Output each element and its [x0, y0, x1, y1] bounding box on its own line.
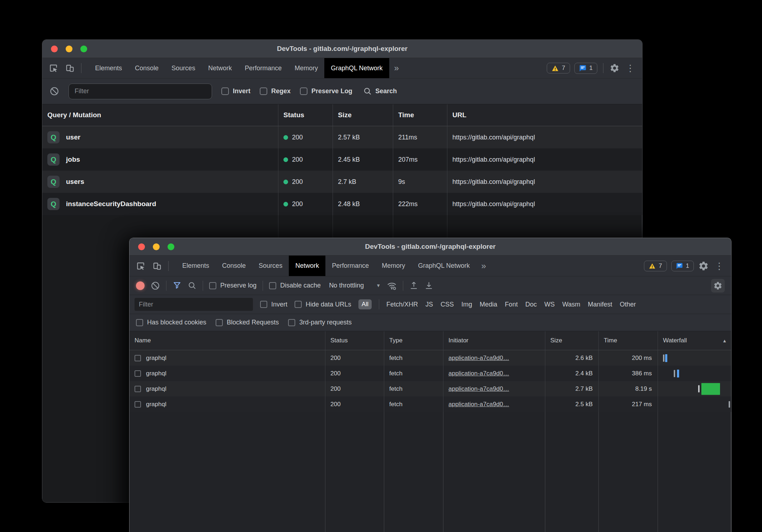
- tab-performance[interactable]: Performance: [238, 58, 288, 78]
- clear-network-log-icon[interactable]: [151, 281, 160, 290]
- column-header-time[interactable]: Time: [393, 104, 447, 126]
- blocked-requests-checkbox[interactable]: [216, 319, 223, 326]
- regex-checkbox-group[interactable]: Regex: [260, 87, 291, 95]
- filter-type-font[interactable]: Font: [505, 301, 518, 308]
- query-row-users[interactable]: Qusers 200 2.7 kB 9s https://gitlab.com/…: [42, 171, 642, 193]
- more-tabs-icon[interactable]: »: [389, 58, 404, 78]
- zoom-window-button[interactable]: [168, 243, 174, 250]
- settings-gear-icon[interactable]: [609, 63, 620, 73]
- column-header-size[interactable]: Size: [545, 331, 599, 350]
- filter-type-ws[interactable]: WS: [544, 301, 555, 308]
- column-header-size[interactable]: Size: [333, 104, 393, 126]
- device-toolbar-icon[interactable]: [152, 261, 163, 271]
- request-row[interactable]: graphql 200 fetch application-a7ca9d0… 2…: [130, 381, 731, 396]
- tab-network[interactable]: Network: [289, 256, 325, 276]
- filter-type-css[interactable]: CSS: [441, 301, 454, 308]
- inspect-element-icon[interactable]: [135, 261, 146, 271]
- preserve-log-checkbox-group[interactable]: Preserve log: [209, 282, 257, 289]
- issues-badge[interactable]: 1: [574, 63, 597, 74]
- issues-badge[interactable]: 1: [671, 261, 694, 271]
- column-header-name[interactable]: Name: [130, 331, 325, 350]
- third-party-requests-checkbox[interactable]: [288, 319, 295, 326]
- more-tabs-icon[interactable]: »: [476, 256, 491, 276]
- regex-checkbox[interactable]: [260, 87, 267, 95]
- request-checkbox[interactable]: [135, 401, 141, 408]
- tab-elements[interactable]: Elements: [89, 58, 128, 78]
- filter-type-js[interactable]: JS: [425, 301, 433, 308]
- preserve-log-checkbox[interactable]: [300, 87, 307, 95]
- request-checkbox[interactable]: [135, 370, 141, 377]
- filter-type-fetch-xhr[interactable]: Fetch/XHR: [386, 301, 418, 308]
- initiator-link[interactable]: application-a7ca9d0…: [448, 401, 509, 408]
- request-row[interactable]: graphql 200 fetch application-a7ca9d0… 2…: [130, 396, 731, 412]
- inspect-element-icon[interactable]: [48, 63, 59, 73]
- hide-data-urls-checkbox-group[interactable]: Hide data URLs: [295, 301, 351, 308]
- tab-sources[interactable]: Sources: [252, 256, 289, 276]
- column-header-status[interactable]: Status: [325, 331, 384, 350]
- request-row[interactable]: graphql 200 fetch application-a7ca9d0… 2…: [130, 366, 731, 381]
- request-checkbox[interactable]: [135, 355, 141, 361]
- initiator-link[interactable]: application-a7ca9d0…: [448, 385, 509, 393]
- tab-graphql-network[interactable]: GraphQL Network: [411, 256, 476, 276]
- filter-funnel-icon[interactable]: [173, 281, 182, 290]
- column-header-initiator[interactable]: Initiator: [443, 331, 545, 350]
- column-header-url[interactable]: URL: [447, 104, 642, 126]
- clear-icon[interactable]: [50, 86, 59, 96]
- initiator-link[interactable]: application-a7ca9d0…: [448, 355, 509, 362]
- filter-type-all[interactable]: All: [358, 299, 372, 309]
- invert-checkbox[interactable]: [221, 87, 229, 95]
- filter-type-other[interactable]: Other: [620, 301, 636, 308]
- column-header-query-mutation[interactable]: Query / Mutation: [42, 104, 278, 126]
- filter-type-wasm[interactable]: Wasm: [562, 301, 580, 308]
- title-bar[interactable]: DevTools - gitlab.com/-/graphql-explorer: [42, 40, 642, 58]
- disable-cache-checkbox-group[interactable]: Disable cache: [269, 282, 321, 289]
- column-header-status[interactable]: Status: [278, 104, 333, 126]
- network-filter-input[interactable]: [135, 298, 253, 311]
- record-network-log-button[interactable]: [136, 281, 145, 290]
- query-row-user[interactable]: Quser 200 2.57 kB 211ms https://gitlab.c…: [42, 126, 642, 148]
- search-icon[interactable]: [188, 281, 197, 290]
- preserve-log-checkbox-group[interactable]: Preserve Log: [300, 87, 352, 95]
- has-blocked-cookies-checkbox[interactable]: [136, 319, 143, 326]
- initiator-link[interactable]: application-a7ca9d0…: [448, 370, 509, 377]
- tab-network[interactable]: Network: [202, 58, 238, 78]
- filter-type-media[interactable]: Media: [480, 301, 497, 308]
- has-blocked-cookies-checkbox-group[interactable]: Has blocked cookies: [136, 319, 206, 326]
- tab-sources[interactable]: Sources: [165, 58, 202, 78]
- query-row-jobs[interactable]: Qjobs 200 2.45 kB 207ms https://gitlab.c…: [42, 148, 642, 171]
- hide-data-urls-checkbox[interactable]: [295, 301, 302, 308]
- preserve-log-checkbox[interactable]: [209, 282, 216, 289]
- third-party-requests-checkbox-group[interactable]: 3rd-party requests: [288, 319, 352, 326]
- warnings-badge[interactable]: 7: [547, 63, 570, 73]
- filter-type-img[interactable]: Img: [461, 301, 472, 308]
- tab-console[interactable]: Console: [216, 256, 252, 276]
- invert-checkbox-group[interactable]: Invert: [221, 87, 250, 95]
- column-header-waterfall[interactable]: Waterfall ▲: [658, 331, 731, 350]
- device-toolbar-icon[interactable]: [65, 63, 75, 73]
- minimize-window-button[interactable]: [66, 46, 72, 52]
- warnings-badge[interactable]: 7: [644, 261, 667, 271]
- tab-memory[interactable]: Memory: [288, 58, 324, 78]
- filter-type-doc[interactable]: Doc: [525, 301, 537, 308]
- import-har-icon[interactable]: [409, 281, 418, 290]
- settings-gear-icon[interactable]: [698, 261, 709, 271]
- search-button[interactable]: Search: [363, 87, 397, 96]
- disable-cache-checkbox[interactable]: [269, 282, 276, 289]
- invert-checkbox-group[interactable]: Invert: [260, 301, 287, 308]
- title-bar[interactable]: DevTools - gitlab.com/-/graphql-explorer: [130, 238, 731, 256]
- filter-type-manifest[interactable]: Manifest: [588, 301, 612, 308]
- network-settings-gear-icon[interactable]: [711, 279, 725, 293]
- invert-checkbox[interactable]: [260, 301, 267, 308]
- query-row-instance-security-dashboard[interactable]: QinstanceSecurityDashboard 200 2.48 kB 2…: [42, 193, 642, 215]
- kebab-menu-icon[interactable]: ⋮: [713, 261, 725, 271]
- filter-input[interactable]: [69, 84, 212, 99]
- request-checkbox[interactable]: [135, 386, 141, 392]
- tab-performance[interactable]: Performance: [325, 256, 375, 276]
- close-window-button[interactable]: [51, 46, 58, 52]
- column-header-type[interactable]: Type: [384, 331, 443, 350]
- column-header-time[interactable]: Time: [599, 331, 658, 350]
- close-window-button[interactable]: [138, 243, 145, 250]
- tab-elements[interactable]: Elements: [176, 256, 216, 276]
- blocked-requests-checkbox-group[interactable]: Blocked Requests: [216, 319, 279, 326]
- kebab-menu-icon[interactable]: ⋮: [624, 63, 636, 73]
